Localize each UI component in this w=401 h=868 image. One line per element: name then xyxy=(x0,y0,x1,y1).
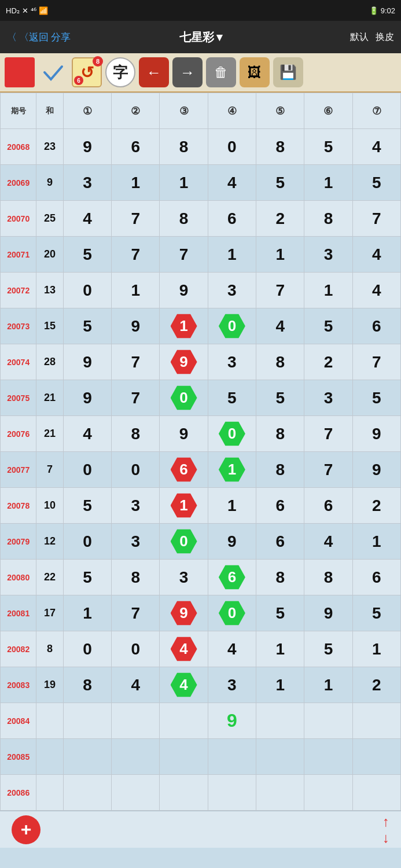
cell-num xyxy=(112,739,160,775)
cell-sum: 25 xyxy=(36,201,63,237)
nav-right: 默认 换皮 xyxy=(350,31,394,43)
title-text: 七星彩 xyxy=(179,30,214,45)
table-row: 20079120309641 xyxy=(1,524,401,560)
cell-num: 7 xyxy=(112,344,160,380)
cell-num: 8 xyxy=(256,560,304,595)
dropdown-icon[interactable]: ▾ xyxy=(216,30,222,44)
table-row: 20073155910456 xyxy=(1,308,401,344)
cell-num: 0 xyxy=(208,595,256,631)
bottom-bar: + ↑↓ xyxy=(0,811,401,848)
cell-num: 2 xyxy=(352,667,400,703)
cell-num: 5 xyxy=(256,595,304,631)
cell-num: 4 xyxy=(352,129,400,165)
badge-6: 6 xyxy=(74,76,83,85)
cell-num: 1 xyxy=(208,488,256,524)
char-label: 字 xyxy=(113,62,128,83)
cell-num: 5 xyxy=(304,631,352,667)
cell-num xyxy=(256,703,304,739)
trash-btn[interactable]: 🗑 xyxy=(206,57,236,87)
cell-id: 20071 xyxy=(1,237,36,273)
cell-num: 0 xyxy=(112,631,160,667)
cell-num: 5 xyxy=(256,165,304,201)
header-id: 期号 xyxy=(1,93,36,129)
cell-num: 6 xyxy=(304,488,352,524)
header-7: ⑦ xyxy=(352,93,400,129)
nav-back-group[interactable]: 〈 〈返回 分享 xyxy=(7,31,71,44)
cell-num: 8 xyxy=(256,129,304,165)
check-btn[interactable] xyxy=(38,57,68,87)
table-row: 20083198443112 xyxy=(1,667,401,703)
cell-sum: 10 xyxy=(36,488,63,524)
red-square-btn[interactable] xyxy=(5,57,35,87)
hex-badge: 6 xyxy=(171,457,197,483)
next-btn[interactable]: → xyxy=(172,57,203,87)
back-label[interactable]: 〈返回 xyxy=(19,31,49,44)
cell-num: 7 xyxy=(112,201,160,237)
cell-num: 5 xyxy=(63,237,111,273)
cell-num: 0 xyxy=(208,416,256,452)
scroll-button[interactable]: ↑↓ xyxy=(382,814,389,846)
photo-btn[interactable]: 🖼 xyxy=(240,57,270,87)
data-table-wrap: 期号 和 ① ② ③ ④ ⑤ ⑥ ⑦ 200682396808542006993… xyxy=(0,93,401,811)
badge-btn[interactable]: ↺ 8 6 xyxy=(72,57,102,87)
check-icon xyxy=(42,61,65,84)
cell-id: 20075 xyxy=(1,380,36,416)
cell-num: 4 xyxy=(63,416,111,452)
cell-num: 4 xyxy=(112,667,160,703)
cell-sum: 8 xyxy=(36,631,63,667)
cell-num: 0 xyxy=(63,273,111,308)
cell-num: 0 xyxy=(208,129,256,165)
cell-num: 9 xyxy=(63,344,111,380)
header-3: ③ xyxy=(160,93,208,129)
table-row: 20068239680854 xyxy=(1,129,401,165)
table-row: 20086 xyxy=(1,775,401,811)
cell-sum xyxy=(36,739,63,775)
cell-num: 3 xyxy=(63,165,111,201)
cell-id: 20069 xyxy=(1,165,36,201)
cell-sum: 17 xyxy=(36,595,63,631)
table-row: 2006993114515 xyxy=(1,165,401,201)
cell-num: 1 xyxy=(160,308,208,344)
table-row: 20075219705535 xyxy=(1,380,401,416)
cell-num: 3 xyxy=(208,273,256,308)
cell-num: 1 xyxy=(208,452,256,488)
share-label[interactable]: 分享 xyxy=(51,31,71,44)
cell-num xyxy=(160,775,208,811)
cell-sum: 12 xyxy=(36,524,63,560)
status-bar: HD₂ ✕ ⁴⁶ 📶 🔋 9:02 xyxy=(0,0,401,21)
cell-id: 20074 xyxy=(1,344,36,380)
cell-num: 2 xyxy=(256,201,304,237)
cell-id: 20079 xyxy=(1,524,36,560)
cell-num: 8 xyxy=(256,344,304,380)
cell-num: 6 xyxy=(256,488,304,524)
cell-num: 6 xyxy=(160,452,208,488)
cell-num: 9 xyxy=(160,416,208,452)
prev-btn[interactable]: ← xyxy=(139,57,169,87)
char-btn[interactable]: 字 xyxy=(105,57,135,87)
cell-num xyxy=(160,739,208,775)
cell-sum: 7 xyxy=(36,452,63,488)
cell-num: 4 xyxy=(160,667,208,703)
hex-badge: 4 xyxy=(171,636,197,663)
cell-num: 2 xyxy=(304,344,352,380)
cell-num: 3 xyxy=(304,380,352,416)
add-button[interactable]: + xyxy=(12,815,41,844)
cell-num: 9 xyxy=(208,524,256,560)
back-chevron[interactable]: 〈 xyxy=(7,31,17,44)
save-btn[interactable]: 💾 xyxy=(273,57,303,87)
hex-badge: 1 xyxy=(171,313,197,340)
cell-num xyxy=(63,739,111,775)
cell-num: 5 xyxy=(304,308,352,344)
cell-num: 7 xyxy=(352,344,400,380)
skin-btn[interactable]: 换皮 xyxy=(376,31,394,43)
cell-num xyxy=(352,703,400,739)
save-icon: 💾 xyxy=(279,64,297,80)
cell-num: 3 xyxy=(112,488,160,524)
cell-id: 20070 xyxy=(1,201,36,237)
cell-num xyxy=(208,775,256,811)
cell-num: 3 xyxy=(160,560,208,595)
default-btn[interactable]: 默认 xyxy=(350,31,369,43)
cell-num: 4 xyxy=(208,631,256,667)
add-icon: + xyxy=(21,819,32,840)
cell-num: 1 xyxy=(256,631,304,667)
